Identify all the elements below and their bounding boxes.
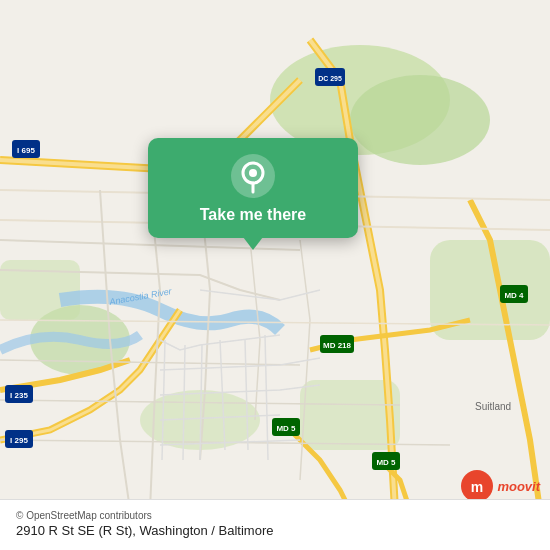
svg-text:I 695: I 695: [17, 146, 35, 155]
location-pin-icon: [231, 154, 275, 198]
map-background: I 695 DC 295 I 295 I 235 MD 4 MD 218 MD …: [0, 0, 550, 550]
svg-text:MD 5: MD 5: [376, 458, 396, 467]
svg-rect-5: [0, 260, 80, 320]
moovit-text: moovit: [497, 479, 540, 494]
svg-text:m: m: [471, 479, 483, 495]
svg-point-28: [249, 169, 257, 177]
svg-text:I 295: I 295: [10, 436, 28, 445]
svg-text:MD 4: MD 4: [504, 291, 524, 300]
svg-text:MD 218: MD 218: [323, 341, 352, 350]
location-label: 2910 R St SE (R St), Washington / Baltim…: [16, 523, 534, 538]
map-container: I 695 DC 295 I 295 I 235 MD 4 MD 218 MD …: [0, 0, 550, 550]
svg-text:Suitland: Suitland: [475, 401, 511, 412]
take-me-there-button[interactable]: Take me there: [200, 206, 306, 224]
take-me-there-card[interactable]: Take me there: [148, 138, 358, 238]
svg-text:DC 295: DC 295: [318, 75, 342, 82]
svg-text:I 235: I 235: [10, 391, 28, 400]
svg-text:MD 5: MD 5: [276, 424, 296, 433]
bottom-bar: © OpenStreetMap contributors 2910 R St S…: [0, 499, 550, 550]
map-attribution: © OpenStreetMap contributors: [16, 510, 534, 521]
svg-point-2: [350, 75, 490, 165]
moovit-icon: m: [461, 470, 493, 502]
moovit-branding: m moovit: [461, 470, 540, 502]
map-roads-svg: I 695 DC 295 I 295 I 235 MD 4 MD 218 MD …: [0, 0, 550, 550]
